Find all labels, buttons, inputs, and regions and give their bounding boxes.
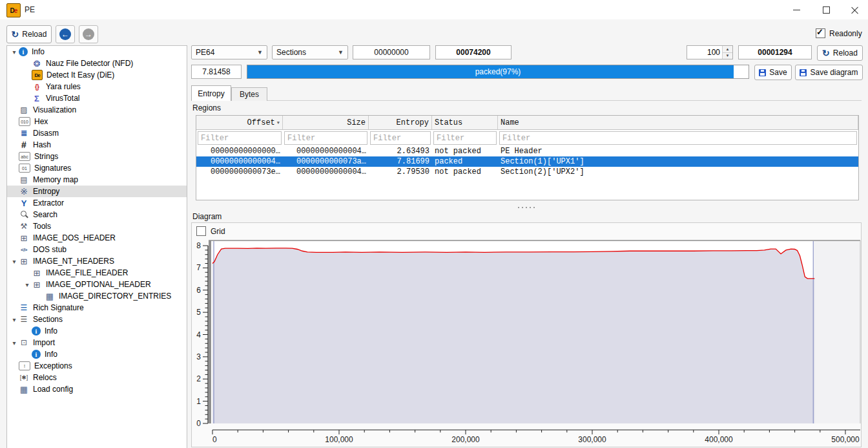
sidebar-item-extractor[interactable]: YExtractor [7,197,187,209]
toolbar-reload-button[interactable]: ↻ Reload [6,25,52,43]
size-field[interactable] [435,45,512,59]
column-header-status[interactable]: Status [432,116,498,129]
mode-select[interactable]: Sections ▼ [272,45,348,59]
sidebar-item-image-directory-entries[interactable]: ▦IMAGE_DIRECTORY_ENTRIES [7,290,187,302]
sidebar-item-info[interactable]: ▾iInfo [7,46,187,58]
cell-size: 0000000000073a… [283,157,369,166]
sidebar-item-rich-signature[interactable]: ☰Rich Signature [7,302,187,314]
readonly-label: Readonly [829,29,862,38]
sidebar-item-label: Info [45,350,57,359]
region-row-0[interactable]: 00000000000000…00000000000004…2.63493not… [196,146,858,156]
sidebar-item-load-config[interactable]: ▦Load config [7,383,187,395]
offset-field[interactable] [353,45,430,59]
navigation-tree: ▾iInfo❂Nauz File Detector (NFD)DeDetect … [6,45,187,448]
expander-arrow-icon[interactable]: ▾ [10,48,19,56]
sidebar-item-hash[interactable]: #Hash [7,139,187,151]
save-button[interactable]: Save [754,65,792,80]
sidebar-item-disasm[interactable]: ≣Disasm [7,127,187,139]
column-header-name[interactable]: Name [498,116,858,129]
struct-icon: ⊞ [19,257,29,266]
region-row-1[interactable]: 00000000000004…0000000000073a…7.81699pac… [196,156,858,167]
toolbar-reload-label: Reload [22,30,46,39]
base-field[interactable] [738,45,812,59]
filter-input-name[interactable] [499,131,857,145]
sidebar-item-image-file-header[interactable]: ⊞IMAGE_FILE_HEADER [7,267,187,279]
chevron-down-icon: ▼ [338,49,344,56]
sidebar-item-info[interactable]: iInfo [7,325,187,337]
sidebar-item-tools[interactable]: ⚒Tools [7,220,187,232]
svg-text:7: 7 [196,263,201,272]
sidebar-item-label: IMAGE_NT_HEADERS [33,257,114,266]
minimize-button[interactable] [781,0,811,19]
plot-left-border [209,240,211,423]
sidebar-item-image-dos-header[interactable]: ⊞IMAGE_DOS_HEADER [7,232,187,244]
cell-size: 00000000000004… [283,167,369,176]
sidebar-item-info[interactable]: iInfo [7,348,187,360]
grid-checkbox[interactable] [196,226,206,236]
sidebar-item-visualization[interactable]: ▨Visualization [7,104,187,116]
sidebar-item-label: Relocs [33,373,57,382]
sidebar-item-search[interactable]: Search [7,209,187,220]
filter-input-entropy[interactable] [370,131,431,145]
maximize-button[interactable] [811,0,841,19]
column-header-entropy[interactable]: Entropy [369,116,432,129]
save-diagram-button[interactable]: Save diagram [795,65,863,80]
reload-button[interactable]: ↻ Reload [817,45,863,61]
readonly-checkbox[interactable] [816,28,825,38]
struct-icon: ⊞ [19,233,29,242]
filter-input-status[interactable] [433,131,497,145]
forward-button[interactable]: → [79,25,98,43]
column-header-offset[interactable]: Offset▼ [196,116,283,129]
column-header-size[interactable]: Size [283,116,369,129]
sidebar-item-dos-stub[interactable]: </​>DOS stub [7,244,187,255]
svg-text:300,000: 300,000 [578,435,606,444]
sidebar-item-signatures[interactable]: 01Signatures [7,162,187,174]
readonly-toggle[interactable]: Readonly [816,28,862,38]
expander-arrow-icon[interactable]: ▾ [10,316,19,323]
sidebar-item-memory-map[interactable]: ▤Memory map [7,174,187,186]
expander-arrow-icon[interactable]: ▾ [10,339,19,347]
format-select[interactable]: PE64 ▼ [191,45,267,59]
save-diagram-button-label: Save diagram [810,68,858,77]
tab-bytes-label: Bytes [240,90,259,99]
reload-icon: ↻ [12,30,19,38]
filter-cell [196,131,283,145]
sidebar-item-sections[interactable]: ▾☰Sections [7,314,187,325]
entropy-icon: ※ [19,187,29,196]
progress-label: packed(97%) [247,65,749,78]
tab-bytes[interactable]: Bytes [231,87,267,101]
svg-text:500,000: 500,000 [831,435,860,444]
cell-entropy: 2.63493 [369,147,432,156]
cell-status: not packed [432,167,498,176]
sidebar-item-hex[interactable]: 010Hex [7,116,187,127]
region-row-2[interactable]: 0000000000073e…00000000000004…2.79530not… [196,167,858,177]
sidebar-item-exceptions[interactable]: !Exceptions [7,360,187,372]
info-icon: i [32,326,41,336]
back-button[interactable]: ← [56,25,75,43]
filter-input-offset[interactable] [198,131,282,145]
tab-entropy[interactable]: Entropy [191,85,231,101]
close-button[interactable] [840,0,868,19]
filter-input-size[interactable] [284,131,367,145]
expander-arrow-icon[interactable]: ▾ [23,281,32,288]
sidebar-item-detect-it-easy-die[interactable]: DeDetect It Easy (DiE) [7,69,187,81]
count-spinner[interactable]: ▲▼ [687,45,733,59]
sidebar-item-strings[interactable]: abcStrings [7,151,187,162]
back-icon: ← [59,28,71,40]
sidebar-item-import[interactable]: ▾⊡Import [7,337,187,348]
sidebar-item-virustotal[interactable]: ΣVirusTotal [7,92,187,104]
sidebar-item-yara-rules[interactable]: {}Yara rules [7,81,187,92]
sidebar-item-image-optional-header[interactable]: ▾⊞IMAGE_OPTIONAL_HEADER [7,279,187,290]
total-entropy-field[interactable] [191,65,242,79]
sidebar-item-entropy[interactable]: ※Entropy [7,186,187,197]
expander-arrow-icon[interactable]: ▾ [10,258,19,265]
spin-up-icon[interactable]: ▲ [723,46,732,53]
horizontal-splitter[interactable] [191,205,862,210]
spin-down-icon[interactable]: ▼ [723,53,732,59]
format-select-value: PE64 [196,48,214,57]
grid-toggle[interactable]: Grid [196,226,225,236]
count-input[interactable] [687,46,722,59]
sidebar-item-nauz-file-detector-nfd[interactable]: ❂Nauz File Detector (NFD) [7,58,187,69]
sidebar-item-relocs[interactable]: [✱]Relocs [7,372,187,383]
sidebar-item-image-nt-headers[interactable]: ▾⊞IMAGE_NT_HEADERS [7,255,187,267]
